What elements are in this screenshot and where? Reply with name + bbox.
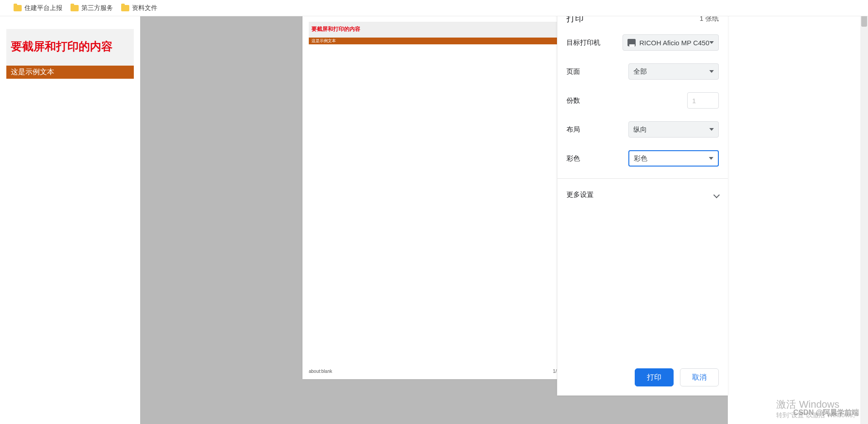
bookmark-label: 住建平台上报 — [24, 4, 62, 12]
destination-value: RICOH Aficio MP C450 — [639, 39, 709, 47]
bookmarks-bar: 住建平台上报 第三方服务 资料文件 — [0, 0, 868, 16]
copies-value: 1 — [692, 97, 696, 105]
pages-value: 全部 — [633, 67, 647, 76]
preview-sample-text: 这是示例文本 — [311, 38, 336, 43]
print-button-label: 打印 — [647, 373, 661, 382]
select-destination[interactable]: RICOH Aficio MP C450 — [623, 34, 719, 51]
row-copies: 份数 1 — [566, 92, 719, 109]
activation-line2: 转到"设置"以激活 Windows。 — [776, 411, 859, 419]
cancel-button-label: 取消 — [692, 373, 707, 382]
chevron-down-icon — [709, 70, 714, 73]
preview-footer: about:blank 1/1 — [309, 369, 559, 374]
label-destination: 目标打印机 — [566, 38, 600, 47]
folder-icon — [71, 5, 79, 11]
chevron-down-icon — [709, 41, 714, 44]
more-settings-label: 更多设置 — [566, 191, 594, 199]
windows-activation-watermark: 激活 Windows 转到"设置"以激活 Windows。 — [776, 398, 859, 419]
panel-footer: 打印 取消 — [557, 362, 728, 395]
panel-body: 目标打印机 RICOH Aficio MP C450 页面 全部 份数 1 — [557, 34, 728, 178]
select-color[interactable]: 彩色 — [628, 150, 719, 167]
preview-footer-left: about:blank — [309, 369, 332, 374]
page-title: 要截屏和打印的内容 — [11, 39, 129, 54]
label-layout: 布局 — [566, 125, 580, 134]
csdn-watermark: CSDN @阿晨学前端 — [793, 408, 859, 418]
bookmark-item[interactable]: 第三方服务 — [71, 4, 113, 12]
row-layout: 布局 纵向 — [566, 121, 719, 138]
label-color: 彩色 — [566, 154, 580, 163]
vertical-scrollbar[interactable] — [860, 1, 868, 424]
input-copies[interactable]: 1 — [687, 92, 719, 109]
row-destination: 目标打印机 RICOH Aficio MP C450 — [566, 34, 719, 51]
preview-page-title: 要截屏和打印的内容 — [311, 25, 557, 33]
preview-page[interactable]: 2023/7/19 10:10 打印 要截屏和打印的内容 这是示例文本 abou… — [302, 3, 566, 379]
row-color: 彩色 彩色 — [566, 150, 719, 167]
left-page: 要截屏和打印的内容 这是示例文本 — [0, 0, 140, 424]
select-layout[interactable]: 纵向 — [628, 121, 719, 138]
select-pages[interactable]: 全部 — [628, 63, 719, 80]
sample-text: 这是示例文本 — [11, 68, 54, 76]
sample-text-bar: 这是示例文本 — [6, 66, 134, 79]
chevron-down-icon — [713, 191, 720, 198]
more-settings-toggle[interactable]: 更多设置 — [557, 178, 728, 211]
color-value: 彩色 — [634, 154, 647, 163]
preview-title-block: 要截屏和打印的内容 — [309, 22, 559, 38]
label-copies: 份数 — [566, 96, 580, 105]
print-button[interactable]: 打印 — [635, 368, 674, 386]
folder-icon — [121, 5, 129, 11]
row-pages: 页面 全部 — [566, 63, 719, 80]
printer-icon — [627, 39, 636, 46]
bookmark-item[interactable]: 住建平台上报 — [14, 4, 62, 12]
cancel-button[interactable]: 取消 — [680, 368, 719, 386]
chevron-down-icon — [709, 157, 713, 160]
page-title-block: 要截屏和打印的内容 — [6, 29, 134, 66]
bookmark-item[interactable]: 资料文件 — [121, 4, 157, 12]
print-settings-panel: 打印 1 张纸 目标打印机 RICOH Aficio MP C450 页面 全部… — [557, 1, 728, 395]
preview-sample-bar: 这是示例文本 — [309, 38, 559, 44]
folder-icon — [14, 5, 22, 11]
bookmark-label: 资料文件 — [132, 4, 157, 12]
chevron-down-icon — [709, 128, 714, 131]
layout-value: 纵向 — [633, 125, 647, 134]
bookmark-label: 第三方服务 — [81, 4, 113, 12]
activation-line1: 激活 Windows — [776, 398, 859, 411]
label-pages: 页面 — [566, 67, 580, 76]
